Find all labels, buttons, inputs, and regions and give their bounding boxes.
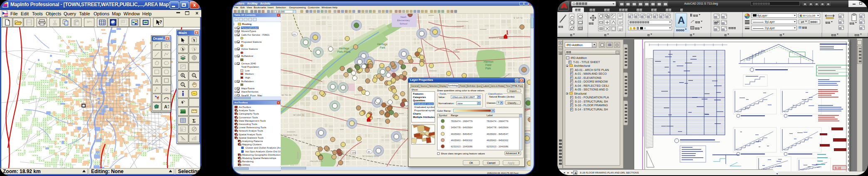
svg-text:W Vickery Blvd: W Vickery Blvd <box>362 155 379 157</box>
svg-text:A?: A? <box>164 104 169 109</box>
svg-text:Lancaster Ave: Lancaster Ave <box>282 134 298 136</box>
svg-text:Elementary: Elementary <box>397 19 410 22</box>
svg-text:199: 199 <box>351 152 356 154</box>
svg-text:E 1th St: E 1th St <box>514 17 523 19</box>
svg-text:?: ? <box>182 83 184 86</box>
svg-text:Park: Park <box>485 67 491 70</box>
svg-text:School: School <box>400 22 407 25</box>
svg-text:2: 2 <box>369 112 372 119</box>
svg-text:Fo: Fo <box>401 137 406 141</box>
svg-text:N Tr: N Tr <box>316 71 321 76</box>
svg-text:Nash: Nash <box>401 16 406 18</box>
svg-text:?: ? <box>157 97 159 100</box>
svg-text:Park Plaza: Park Plaza <box>337 50 351 53</box>
svg-text:?: ? <box>167 97 169 100</box>
svg-text:Σ: Σ <box>193 118 196 123</box>
svg-text:Field: Field <box>485 64 491 66</box>
svg-text:Heritage: Heritage <box>339 47 349 50</box>
svg-text:Harmon: Harmon <box>484 60 494 63</box>
svg-text:30: 30 <box>368 151 370 153</box>
svg-text:Park: Park <box>380 46 386 49</box>
svg-text:S-16: S-16 <box>835 166 841 169</box>
svg-text:Harrold Ave: Harrold Ave <box>310 160 323 162</box>
svg-text:1: 1 <box>506 29 509 36</box>
svg-text:?: ? <box>157 106 159 109</box>
svg-text:Heritage: Heritage <box>377 43 388 46</box>
svg-text:W 10th St: W 10th St <box>293 114 304 116</box>
svg-text:119: 119 <box>292 33 296 36</box>
svg-text:?: ? <box>159 20 162 24</box>
svg-text:Criand P Railroad: Criand P Railroad <box>489 37 508 39</box>
svg-text:W 7th St: W 7th St <box>282 94 291 96</box>
svg-text:A: A <box>155 78 159 83</box>
